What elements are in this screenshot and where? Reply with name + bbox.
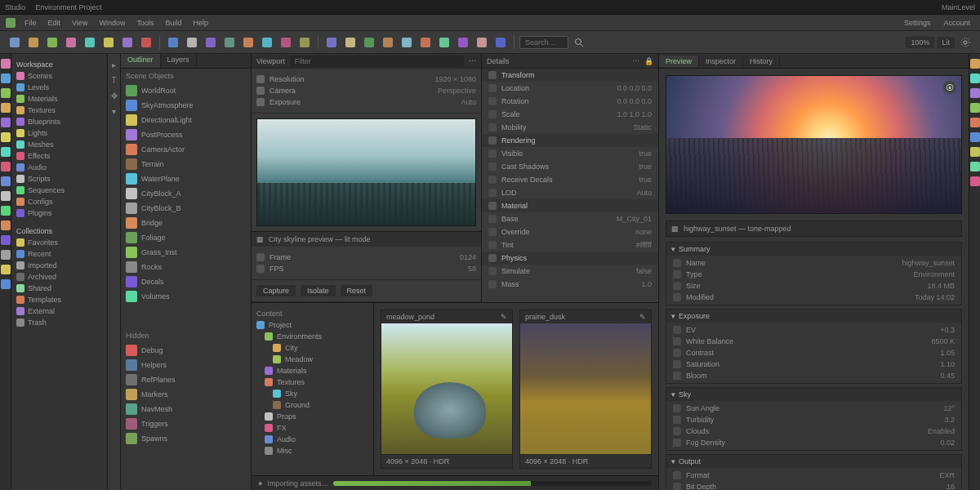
detail-row[interactable]: Tint#ffffff	[482, 238, 658, 252]
outliner-item[interactable]: Foliage	[121, 230, 251, 245]
detail-row[interactable]: Receive Decalstrue	[482, 173, 658, 186]
menu-item-build[interactable]: Build	[160, 17, 186, 29]
nav-item-blueprints[interactable]: Blueprints	[11, 116, 107, 127]
outliner-item[interactable]: PostProcess	[121, 127, 251, 142]
toolbar-button-11[interactable]	[221, 34, 238, 51]
toolbar-button-20[interactable]	[399, 34, 415, 51]
outliner-item[interactable]: CityBlock_B	[121, 201, 251, 216]
menu-item-tools[interactable]: Tools	[131, 17, 158, 29]
toolbar-button-10[interactable]	[203, 34, 219, 51]
toolbar-button-16[interactable]	[323, 34, 340, 51]
outliner-item[interactable]: Terrain	[121, 157, 251, 172]
rail-icon-14[interactable]	[1, 265, 11, 274]
nav-item-imported[interactable]: Imported	[11, 260, 107, 271]
outliner-item[interactable]: Spawns	[121, 431, 251, 446]
property-row[interactable]: ModifiedToday 14:02	[666, 292, 961, 303]
tree-item[interactable]: Textures	[252, 376, 373, 388]
rail-icon-10[interactable]	[1, 206, 11, 216]
prop-section-header[interactable]: ▾Output	[666, 455, 961, 468]
reset-button[interactable]: Reset	[341, 285, 373, 296]
details-menu-icon[interactable]: ⋯	[632, 57, 639, 65]
outliner-item[interactable]: Decals	[121, 274, 251, 289]
rail-icon-0[interactable]	[1, 59, 11, 69]
move-tool-icon[interactable]: ✥	[111, 91, 118, 100]
toolbar-button-15[interactable]	[296, 34, 313, 51]
toolbar-button-8[interactable]	[165, 34, 181, 51]
nav-item-recent[interactable]: Recent	[11, 248, 107, 260]
rail-icon-5[interactable]	[1, 132, 11, 142]
toolbar-button-1[interactable]	[25, 34, 42, 51]
rail-r-icon-8[interactable]	[970, 176, 980, 186]
rail-icon-2[interactable]	[1, 88, 11, 98]
tree-item[interactable]: FX	[252, 422, 373, 434]
tree-item[interactable]: Meadow	[252, 354, 373, 365]
outliner-item[interactable]: CameraActor	[121, 142, 251, 157]
text-tool-icon[interactable]: T	[111, 76, 116, 85]
property-row[interactable]: Turbidity3.2	[666, 414, 961, 425]
search-icon[interactable]	[571, 34, 587, 51]
nav-item-meshes[interactable]: Meshes	[11, 139, 107, 150]
nav-item-archived[interactable]: Archived	[11, 271, 107, 283]
outliner-item[interactable]: Rocks	[121, 260, 251, 274]
detail-row[interactable]: Simulatefalse	[482, 265, 658, 278]
property-row[interactable]: CloudsEnabled	[666, 425, 961, 437]
toolbar-button-21[interactable]	[417, 34, 434, 51]
tab-inspector[interactable]: Inspector	[699, 56, 743, 67]
capture-button[interactable]: Capture	[256, 285, 296, 296]
rail-r-icon-4[interactable]	[970, 118, 980, 127]
thumbnail-card-1[interactable]: meadow_pond ✎ 4096 × 2048 · HDR	[381, 310, 513, 469]
rail-r-icon-6[interactable]	[970, 147, 980, 157]
toolbar-button-14[interactable]	[278, 34, 294, 51]
property-row[interactable]: Saturation1.10	[666, 359, 961, 370]
tree-item[interactable]: Materials	[252, 365, 373, 376]
detail-row[interactable]: Cast Shadowstrue	[482, 160, 658, 173]
nav-item-scenes[interactable]: Scenes	[11, 70, 107, 82]
rail-icon-4[interactable]	[1, 118, 11, 127]
tree-item[interactable]: Audio	[252, 434, 373, 445]
thumbnail-card-2[interactable]: prairie_dusk ✎ 4096 × 2048 · HDR	[519, 310, 652, 469]
toolbar-button-3[interactable]	[63, 34, 79, 51]
right-preview[interactable]: ⦿	[666, 75, 962, 214]
nav-item-scripts[interactable]: Scripts	[11, 173, 107, 185]
toolbar-button-22[interactable]	[436, 34, 452, 51]
detail-group-header[interactable]: Physics	[482, 252, 658, 265]
detail-group-header[interactable]: Transform	[482, 69, 658, 82]
rail-icon-3[interactable]	[1, 103, 11, 113]
toolbar-button-24[interactable]	[474, 34, 490, 51]
detail-row[interactable]: Location0.0 0.0 0.0	[482, 82, 658, 95]
toolbar-button-13[interactable]	[259, 34, 275, 51]
nav-item-audio[interactable]: Audio	[11, 162, 107, 173]
property-row[interactable]: Fog Density0.02	[666, 437, 961, 448]
toolbar-button-9[interactable]	[184, 34, 200, 51]
outliner-item[interactable]: SkyAtmosphere	[121, 98, 251, 113]
toolbar-button-12[interactable]	[240, 34, 256, 51]
tree-item[interactable]: Props	[252, 411, 373, 422]
nav-item-trash[interactable]: Trash	[11, 317, 107, 328]
toolbar-button-5[interactable]	[100, 34, 117, 51]
outliner-item[interactable]: Grass_Inst	[121, 245, 251, 260]
outliner-item[interactable]: WaterPlane	[121, 172, 251, 186]
nav-item-materials[interactable]: Materials	[11, 93, 107, 105]
viewport-preview[interactable]	[256, 118, 476, 226]
edit-icon[interactable]: ✎	[501, 313, 507, 321]
toolbar-search-input[interactable]	[519, 36, 568, 49]
outliner-item[interactable]: Debug	[121, 343, 251, 358]
detail-row[interactable]: Visibletrue	[482, 147, 658, 160]
nav-item-lights[interactable]: Lights	[11, 127, 107, 139]
detail-row[interactable]: MobilityStatic	[482, 121, 658, 134]
outliner-item[interactable]: Triggers	[121, 416, 251, 431]
rail-icon-13[interactable]	[1, 250, 11, 260]
toolbar-button-0[interactable]	[7, 34, 23, 51]
toolbar-button-19[interactable]	[380, 34, 396, 51]
rail-icon-8[interactable]	[1, 176, 11, 186]
nav-item-external[interactable]: External	[11, 305, 107, 317]
outliner-item[interactable]: WorldRoot	[121, 83, 251, 98]
outliner-item[interactable]: Bridge	[121, 216, 251, 230]
menu-item-file[interactable]: File	[20, 17, 42, 29]
edit-icon[interactable]: ✎	[639, 313, 646, 321]
prop-section-header[interactable]: ▾Summary	[666, 243, 961, 256]
nav-item-configs[interactable]: Configs	[11, 196, 107, 207]
tree-item[interactable]: Sky	[252, 388, 373, 399]
rail-r-icon-1[interactable]	[970, 74, 980, 83]
outliner-item[interactable]: RefPlanes	[121, 372, 251, 387]
